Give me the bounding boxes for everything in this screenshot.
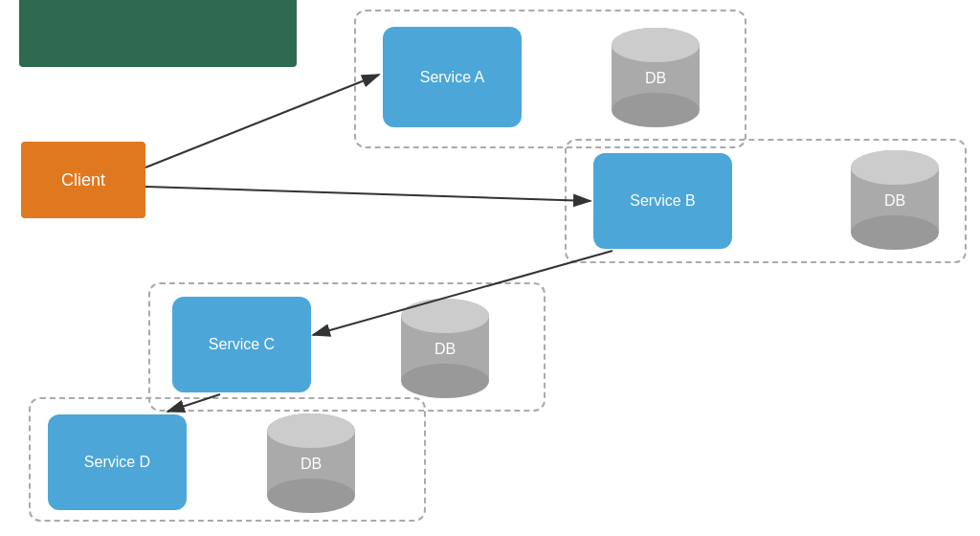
service-d-label: Service D (84, 454, 150, 471)
svg-point-2 (612, 93, 700, 127)
svg-line-21 (145, 75, 379, 168)
svg-point-17 (267, 479, 355, 513)
svg-text:DB: DB (884, 192, 905, 209)
svg-point-7 (851, 215, 939, 250)
service-a-label: Service A (420, 69, 485, 86)
db-b: DB (842, 142, 947, 257)
db-a: DB (603, 19, 708, 134)
client-label: Client (61, 170, 105, 190)
client-box: Client (21, 142, 145, 218)
top-bar (19, 0, 297, 67)
svg-text:DB: DB (301, 456, 322, 472)
svg-point-8 (851, 150, 939, 185)
svg-line-22 (145, 187, 590, 201)
db-c: DB (392, 290, 498, 405)
service-b-label: Service B (630, 192, 695, 210)
service-c-label: Service C (209, 336, 275, 353)
svg-point-3 (612, 28, 700, 62)
service-a: Service A (383, 27, 522, 127)
diagram: Client Service A Service B Service C Ser… (0, 0, 980, 536)
svg-point-13 (401, 299, 489, 333)
svg-text:DB: DB (434, 341, 456, 357)
service-d: Service D (48, 414, 187, 510)
svg-point-12 (401, 364, 489, 398)
service-b: Service B (593, 153, 732, 249)
svg-text:DB: DB (645, 70, 666, 86)
db-d: DB (258, 405, 364, 520)
service-c: Service C (172, 297, 311, 392)
svg-point-18 (267, 413, 355, 448)
